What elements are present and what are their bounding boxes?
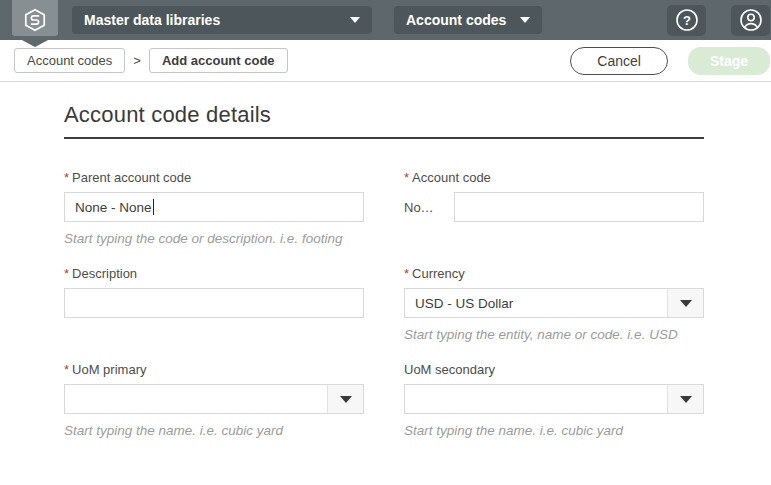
uom-primary-helper: Start typing the name. i.e. cubic yard — [64, 423, 364, 438]
breadcrumb-account-codes[interactable]: Account codes — [14, 48, 125, 73]
profile-button[interactable] — [731, 5, 770, 36]
uom-secondary-dropdown[interactable] — [404, 384, 704, 414]
uom-primary-value — [65, 385, 327, 413]
stage-button[interactable]: Stage — [688, 47, 770, 75]
chevron-down-icon — [680, 300, 692, 307]
field-currency: *Currency USD - US Dollar Start typing t… — [404, 266, 704, 342]
required-asterisk: * — [64, 266, 69, 281]
help-button[interactable]: ? — [667, 5, 706, 36]
chevron-down-icon — [340, 396, 352, 403]
title-divider — [64, 137, 704, 139]
library-selector-dropdown[interactable]: Master data libraries — [72, 6, 372, 34]
required-asterisk: * — [64, 170, 69, 185]
svg-text:?: ? — [683, 13, 691, 28]
uom-primary-dropdown-button[interactable] — [327, 385, 363, 413]
field-description: *Description — [64, 266, 364, 342]
currency-helper: Start typing the entity, name or code. i… — [404, 327, 704, 342]
uom-secondary-value — [405, 385, 667, 413]
parent-account-code-value: None - None — [75, 200, 152, 215]
user-icon — [738, 7, 764, 33]
chevron-down-icon — [680, 396, 692, 403]
module-selector-label: Account codes — [406, 12, 506, 28]
required-asterisk: * — [64, 362, 69, 377]
uom-secondary-dropdown-button[interactable] — [667, 385, 703, 413]
field-account-code: *Account code No… — [404, 170, 704, 246]
required-asterisk: * — [404, 266, 409, 281]
account-code-input[interactable] — [454, 192, 704, 222]
page-content: Account code details *Parent account cod… — [0, 82, 771, 438]
currency-label: *Currency — [404, 266, 704, 281]
account-code-row: No… — [404, 192, 704, 222]
uom-secondary-label: UoM secondary — [404, 362, 704, 377]
parent-account-code-helper: Start typing the code or description. i.… — [64, 231, 364, 246]
currency-value: USD - US Dollar — [405, 289, 667, 317]
breadcrumb-separator: > — [133, 53, 141, 68]
account-code-prefix: No… — [404, 200, 454, 215]
action-bar: Account codes > Add account code Cancel … — [0, 40, 771, 82]
required-asterisk: * — [404, 170, 409, 185]
module-selector-dropdown[interactable]: Account codes — [394, 6, 542, 34]
field-parent-account-code: *Parent account code None - None Start t… — [64, 170, 364, 246]
app-header: Master data libraries Account codes ? — [0, 0, 771, 40]
library-selector-label: Master data libraries — [84, 12, 220, 28]
description-input[interactable] — [64, 288, 364, 318]
uom-primary-dropdown[interactable] — [64, 384, 364, 414]
text-cursor — [153, 199, 154, 215]
uom-secondary-helper: Start typing the name. i.e. cubic yard — [404, 423, 704, 438]
parent-account-code-input[interactable]: None - None — [64, 192, 364, 222]
hexagon-logo-icon — [22, 7, 48, 33]
currency-dropdown[interactable]: USD - US Dollar — [404, 288, 704, 318]
cancel-button[interactable]: Cancel — [570, 47, 668, 75]
parent-account-code-label: *Parent account code — [64, 170, 364, 185]
chevron-down-icon — [350, 17, 360, 23]
account-code-label: *Account code — [404, 170, 704, 185]
app-logo-badge[interactable] — [12, 0, 58, 47]
field-uom-secondary: UoM secondary Start typing the name. i.e… — [404, 362, 704, 438]
uom-primary-label: *UoM primary — [64, 362, 364, 377]
help-icon: ? — [674, 7, 700, 33]
chevron-down-icon — [520, 17, 530, 23]
account-code-form: *Parent account code None - None Start t… — [64, 170, 771, 438]
field-uom-primary: *UoM primary Start typing the name. i.e.… — [64, 362, 364, 438]
currency-dropdown-button[interactable] — [667, 289, 703, 317]
page-title: Account code details — [64, 102, 771, 128]
breadcrumb-add-account-code[interactable]: Add account code — [149, 48, 288, 73]
description-label: *Description — [64, 266, 364, 281]
